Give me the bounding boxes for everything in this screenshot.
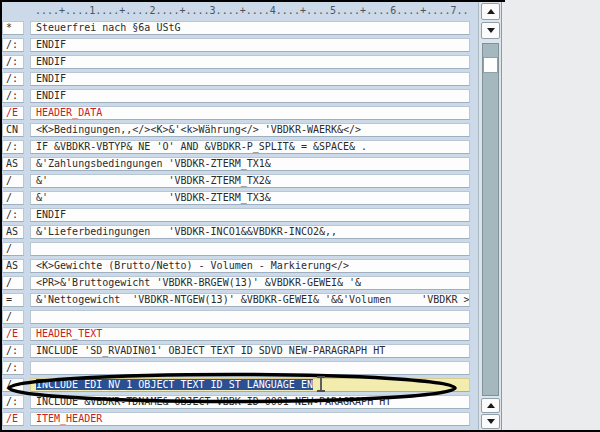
line-text[interactable]: INCLUDE 'SD_RVADIN01' OBJECT TEXT ID SDV…	[30, 344, 470, 358]
editor-row: /:ENDIF	[2, 89, 470, 106]
line-text[interactable]	[30, 242, 470, 256]
line-text[interactable]: &'Nettogewicht 'VBDKR-NTGEW(13)' &VBDKR-…	[30, 293, 470, 307]
line-tag[interactable]: /:	[2, 72, 24, 86]
line-tag[interactable]: /:	[2, 208, 24, 222]
line-text[interactable]: ENDIF	[30, 38, 470, 52]
editor-row: /:IF &VBDKR-VBTYP& NE 'O' AND &VBDKR-P_S…	[2, 140, 470, 157]
editor-row: AS&'Lieferbedingungen 'VBDKR-INCO1&&VBDK…	[2, 225, 470, 242]
arrow-down-icon	[487, 28, 495, 33]
line-text[interactable]: &'Zahlungsbedingungen 'VBDKR-ZTERM_TX1&	[30, 157, 470, 171]
scroll-up-button[interactable]	[481, 3, 500, 20]
line-text[interactable]: ENDIF	[30, 89, 470, 103]
editor-row: /EHEADER_DATA	[2, 106, 470, 123]
arrow-up-icon	[487, 9, 495, 14]
line-text[interactable]	[30, 361, 470, 375]
editor-row: /EITEM_HEADER	[2, 412, 470, 429]
scroll-down-button[interactable]	[481, 22, 500, 39]
line-tag[interactable]: /	[2, 276, 24, 290]
line-text[interactable]: <K>Gewichte (Brutto/Netto) - Volumen - M…	[30, 259, 470, 273]
vertical-scrollbar[interactable]	[478, 2, 502, 430]
line-text[interactable]: HEADER_DATA	[30, 106, 470, 120]
arrow-up-icon	[487, 403, 495, 408]
line-tag[interactable]: /	[2, 191, 24, 205]
line-tag[interactable]: /:	[2, 361, 24, 375]
editor-row: CN<K>Bedingungen,,</><K>&'<k>Währung</> …	[2, 123, 470, 140]
background-panel	[504, 0, 600, 430]
line-tag[interactable]: =	[2, 293, 24, 307]
editor-row: /:INCLUDE &VBDKR-TDNAME& OBJECT VBBK ID …	[2, 395, 470, 412]
scrollbar-thumb[interactable]	[483, 57, 498, 73]
ruler: ....+....1....+....2....+....3....+....4…	[2, 2, 472, 20]
editor-row: /&' 'VBDKR-ZTERM_TX2&	[2, 174, 470, 191]
editor-row: /&' 'VBDKR-ZTERM_TX3&	[2, 191, 470, 208]
editor-row: /<PR>&'Bruttogewicht 'VBDKR-BRGEW(13)' &…	[2, 276, 470, 293]
line-tag[interactable]: AS	[2, 157, 24, 171]
editor-row: /:ENDIF	[2, 72, 470, 89]
line-tag[interactable]: AS	[2, 259, 24, 273]
scroll-up-button-bottom[interactable]	[481, 398, 500, 413]
line-tag[interactable]: /	[2, 378, 24, 392]
selected-text[interactable]: INCLUDE EDI_NV_1 OBJECT TEXT ID ST LANGU…	[36, 379, 313, 390]
line-tag[interactable]: /:	[2, 55, 24, 69]
line-tag[interactable]: /:	[2, 89, 24, 103]
line-tag[interactable]: /:	[2, 344, 24, 358]
line-tag[interactable]: CN	[2, 123, 24, 137]
editor-row: AS&'Zahlungsbedingungen 'VBDKR-ZTERM_TX1…	[2, 157, 470, 174]
line-tag[interactable]: /E	[2, 106, 24, 120]
line-tag[interactable]: AS	[2, 225, 24, 239]
line-text[interactable]: <K>Bedingungen,,</><K>&'<k>Währung</> 'V…	[30, 123, 470, 137]
window-border-top	[0, 0, 505, 2]
editor-row: /:INCLUDE 'SD_RVADIN01' OBJECT TEXT ID S…	[2, 344, 470, 361]
line-text[interactable]: ENDIF	[30, 72, 470, 86]
line-text[interactable]: &' 'VBDKR-ZTERM_TX3&	[30, 191, 470, 205]
line-tag[interactable]: /	[2, 174, 24, 188]
line-tag[interactable]: /:	[2, 38, 24, 52]
line-text[interactable]: Steuerfrei nach §6a UStG	[30, 21, 470, 35]
editor-row: /INCLUDE EDI_NV_1 OBJECT TEXT ID ST LANG…	[2, 378, 470, 395]
line-tag[interactable]: /	[2, 310, 24, 324]
line-text[interactable]	[30, 310, 470, 324]
line-text[interactable]: <PR>&'Bruttogewicht 'VBDKR-BRGEW(13)' &V…	[30, 276, 470, 290]
editor-row: /:ENDIF	[2, 208, 470, 225]
line-text[interactable]: ENDIF	[30, 55, 470, 69]
line-tag[interactable]: /	[2, 242, 24, 256]
editor-row: /:ENDIF	[2, 55, 470, 72]
editor-row: /	[2, 310, 470, 327]
editor-row: /:ENDIF	[2, 38, 470, 55]
editor-row: /EHEADER_TEXT	[2, 327, 470, 344]
line-tag[interactable]: /:	[2, 395, 24, 409]
editor-row: =&'Nettogewicht 'VBDKR-NTGEW(13)' &VBDKR…	[2, 293, 470, 310]
line-text[interactable]: &'Lieferbedingungen 'VBDKR-INCO1&&VBDKR-…	[30, 225, 470, 239]
line-text[interactable]: INCLUDE &VBDKR-TDNAME& OBJECT VBBK ID 00…	[30, 395, 470, 409]
editor-row: /:	[2, 361, 470, 378]
editor-row: *Steuerfrei nach §6a UStG	[2, 21, 470, 38]
line-text[interactable]: ENDIF	[30, 208, 470, 222]
line-tag[interactable]: /E	[2, 327, 24, 341]
line-text[interactable]: IF &VBDKR-VBTYP& NE 'O' AND &VBDKR-P_SPL…	[30, 140, 470, 154]
line-tag[interactable]: *	[2, 21, 24, 35]
line-tag[interactable]: /E	[2, 412, 24, 426]
arrow-down-icon	[487, 419, 495, 424]
sapscript-editor-window: ....+....1....+....2....+....3....+....4…	[0, 0, 600, 432]
editor-lines: *Steuerfrei nach §6a UStG/:ENDIF/:ENDIF/…	[2, 21, 470, 429]
window-border-left	[0, 0, 2, 432]
scroll-down-button-bottom[interactable]	[481, 414, 500, 429]
editor-row: AS<K>Gewichte (Brutto/Netto) - Volumen -…	[2, 259, 470, 276]
editor-row: /	[2, 242, 470, 259]
line-text[interactable]: ITEM_HEADER	[30, 412, 470, 426]
line-text[interactable]: &' 'VBDKR-ZTERM_TX2&	[30, 174, 470, 188]
line-text[interactable]: HEADER_TEXT	[30, 327, 470, 341]
scrollbar-track[interactable]	[482, 43, 499, 396]
line-text-highlighted[interactable]: INCLUDE EDI_NV_1 OBJECT TEXT ID ST LANGU…	[30, 378, 470, 392]
line-tag[interactable]: /:	[2, 140, 24, 154]
